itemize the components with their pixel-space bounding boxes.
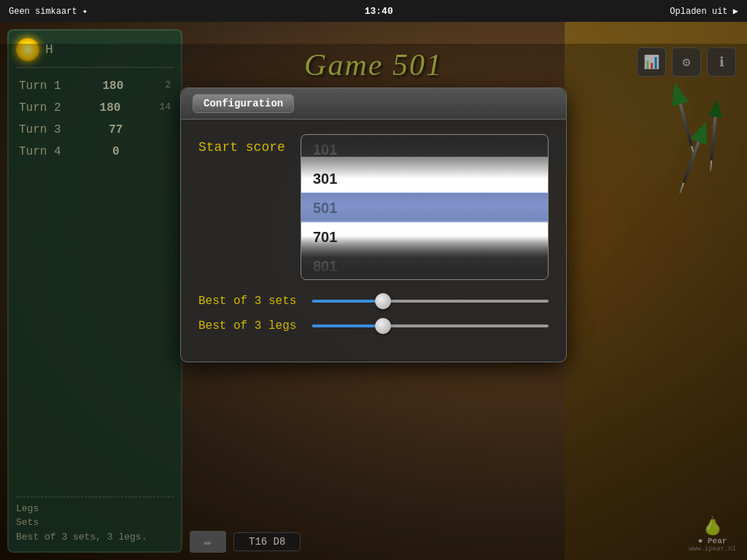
sets-slider-thumb[interactable] [375, 293, 391, 309]
configuration-dialog: Configuration Start score 101 301 501 70… [180, 88, 567, 362]
dialog-body: Start score 101 301 501 701 801 [181, 120, 566, 347]
legs-slider-label: Best of 3 legs [198, 319, 301, 332]
no-sim-text: Geen simkaart ✦ [9, 6, 88, 17]
list-item[interactable]: 501 [301, 193, 548, 222]
sets-slider-fill [312, 300, 383, 303]
legs-slider-row: Best of 3 legs [198, 319, 549, 332]
sliders-section: Best of 3 sets Best of 3 legs [198, 295, 549, 332]
dialog-title: Configuration [193, 94, 294, 113]
start-score-section: Start score 101 301 501 701 801 [198, 134, 549, 280]
sets-slider-row: Best of 3 sets [198, 295, 549, 308]
list-item[interactable]: 801 [301, 252, 548, 280]
status-time: 13:40 [365, 6, 393, 17]
sets-slider-track[interactable] [312, 300, 549, 303]
status-right: Opladen uit ▶ [670, 6, 738, 17]
status-bar: Geen simkaart ✦ 13:40 Opladen uit ▶ [0, 0, 747, 22]
score-picker-inner: 101 301 501 701 801 [301, 135, 548, 279]
legs-slider-fill [312, 324, 383, 327]
main-background: Game 501 📊 ⚙ ℹ H Turn 1 180 2 Turn 2 180… [0, 22, 747, 560]
legs-slider-thumb[interactable] [375, 318, 391, 334]
dialog-overlay: Configuration Start score 101 301 501 70… [0, 44, 747, 560]
list-item[interactable]: 701 [301, 222, 548, 252]
list-item[interactable]: 101 [301, 135, 548, 164]
legs-slider-track[interactable] [312, 324, 549, 327]
start-score-label: Start score [198, 134, 286, 155]
score-picker[interactable]: 101 301 501 701 801 [301, 134, 549, 280]
list-item[interactable]: 301 [301, 164, 548, 193]
sets-slider-label: Best of 3 sets [198, 295, 301, 308]
dialog-header: Configuration [181, 88, 566, 120]
status-left: Geen simkaart ✦ [9, 6, 88, 17]
